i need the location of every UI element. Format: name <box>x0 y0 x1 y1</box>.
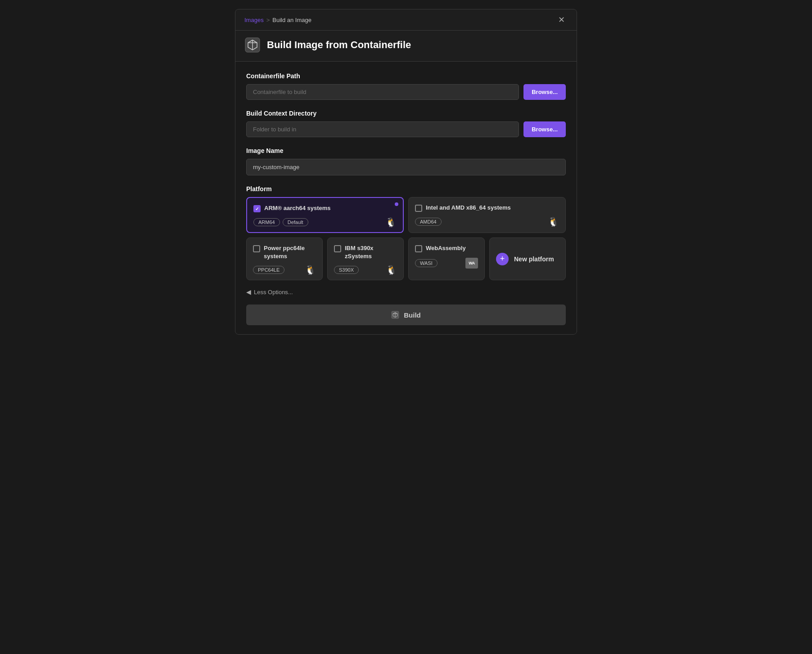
platform-tag-amd64: AMD64 <box>415 218 442 226</box>
platform-name-wasi: WebAssembly <box>426 244 466 252</box>
platform-checkbox-amd64[interactable] <box>415 205 422 212</box>
platform-card-header-s390x: IBM s390x zSystems <box>334 244 397 260</box>
new-platform-label: New platform <box>514 255 554 263</box>
platform-card-s390x[interactable]: IBM s390x zSystems S390X 🐧 <box>327 237 404 280</box>
platform-card-header-arm: ARM® aarch64 systems <box>253 204 397 212</box>
breadcrumb: Images > Build an Image <box>244 17 311 23</box>
platform-tags-arm64: ARM64 Default <box>253 218 308 226</box>
breadcrumb-current: Build an Image <box>272 17 311 23</box>
build-icon <box>391 311 399 319</box>
platform-card-amd64[interactable]: Intel and AMD x86_64 systems AMD64 🐧 <box>408 197 566 233</box>
platform-tags-ppc64le: PPC64LE <box>253 266 284 274</box>
imagename-input[interactable] <box>246 159 566 175</box>
less-options-label: Less Options... <box>254 289 293 296</box>
platform-card-header-amd64: Intel and AMD x86_64 systems <box>415 204 559 212</box>
containerfile-row: Browse... <box>246 84 566 100</box>
selected-dot <box>395 202 398 206</box>
breadcrumb-link-images[interactable]: Images <box>244 17 264 23</box>
platform-card-header-wasi: WebAssembly <box>415 244 478 252</box>
platform-top-row: ARM® aarch64 systems ARM64 Default 🐧 Int… <box>246 197 566 233</box>
platform-name-ppc64le: Power ppc64le systems <box>264 244 316 260</box>
containerfile-section-label: Containerfile Path <box>246 72 566 80</box>
platform-tag-ppc64le: PPC64LE <box>253 266 284 274</box>
platform-footer-ppc64le: PPC64LE 🐧 <box>253 265 316 274</box>
chevron-left-icon: ◀ <box>246 288 251 296</box>
modal-header: Images > Build an Image ✕ <box>235 9 577 31</box>
containerfile-input[interactable] <box>246 84 519 100</box>
build-button[interactable]: Build <box>246 305 566 325</box>
modal-body: Containerfile Path Browse... Build Conte… <box>235 62 577 334</box>
cube-icon <box>244 37 261 53</box>
platform-checkbox-arm64[interactable] <box>253 205 261 212</box>
plus-icon: + <box>496 253 509 265</box>
platform-name-s390x: IBM s390x zSystems <box>345 244 397 260</box>
build-image-modal: Images > Build an Image ✕ Build Image fr… <box>235 9 577 335</box>
build-btn-row: Build <box>246 305 566 325</box>
platform-bottom-row: Power ppc64le systems PPC64LE 🐧 IBM s390… <box>246 237 566 280</box>
context-input[interactable] <box>246 121 519 137</box>
platform-name-amd64: Intel and AMD x86_64 systems <box>426 204 511 212</box>
platform-checkbox-ppc64le[interactable] <box>253 245 260 252</box>
platform-card-ppc64le[interactable]: Power ppc64le systems PPC64LE 🐧 <box>246 237 323 280</box>
browse-context-button[interactable]: Browse... <box>523 121 566 137</box>
wasm-icon: WA <box>465 258 478 269</box>
platform-tag-wasi: WASI <box>415 259 438 267</box>
platform-footer-s390x: S390X 🐧 <box>334 265 397 274</box>
imagename-section-label: Image Name <box>246 147 566 154</box>
platform-card-header-ppc64le: Power ppc64le systems <box>253 244 316 260</box>
platform-tag-arm64-main: ARM64 <box>253 218 280 226</box>
platform-card-wasi[interactable]: WebAssembly WASI WA <box>408 237 485 280</box>
title-row: Build Image from Containerfile <box>235 31 577 62</box>
platform-tags-s390x: S390X <box>334 266 359 274</box>
platform-checkbox-s390x[interactable] <box>334 245 341 252</box>
platform-card-new[interactable]: + New platform <box>489 237 566 280</box>
platform-checkbox-wasi[interactable] <box>415 245 422 252</box>
platform-footer-arm64: ARM64 Default 🐧 <box>253 218 397 227</box>
context-section-label: Build Context Directory <box>246 110 566 117</box>
linux-icon-s390x: 🐧 <box>386 265 397 274</box>
linux-icon-ppc64le: 🐧 <box>305 265 316 274</box>
linux-icon-arm64: 🐧 <box>385 218 397 227</box>
platform-name-arm64: ARM® aarch64 systems <box>264 204 331 212</box>
less-options-row[interactable]: ◀ Less Options... <box>246 288 566 296</box>
platform-card-arm64[interactable]: ARM® aarch64 systems ARM64 Default 🐧 <box>246 197 404 233</box>
platform-tags-amd64: AMD64 <box>415 218 442 226</box>
platform-footer-wasi: WASI WA <box>415 258 478 269</box>
platform-tag-s390x: S390X <box>334 266 359 274</box>
build-button-label: Build <box>404 311 421 319</box>
platform-tag-arm64-default: Default <box>283 218 308 226</box>
platform-tags-wasi: WASI <box>415 259 438 267</box>
breadcrumb-separator: > <box>266 17 270 23</box>
context-row: Browse... <box>246 121 566 137</box>
page-title: Build Image from Containerfile <box>267 39 411 51</box>
close-button[interactable]: ✕ <box>555 15 568 25</box>
platform-footer-amd64: AMD64 🐧 <box>415 217 559 226</box>
platform-section-label: Platform <box>246 185 566 193</box>
browse-containerfile-button[interactable]: Browse... <box>523 84 566 100</box>
linux-icon-amd64: 🐧 <box>548 217 559 226</box>
